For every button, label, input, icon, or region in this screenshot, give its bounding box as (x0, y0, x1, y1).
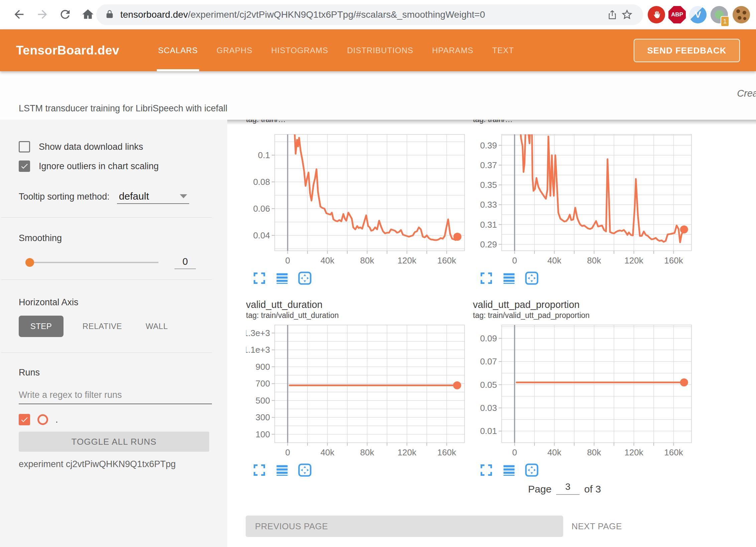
smoothing-value-input[interactable]: 0 (174, 256, 196, 269)
tab-scalars[interactable]: SCALARS (149, 29, 207, 71)
smoothing-slider[interactable] (26, 262, 158, 263)
chart-card-valid-utt-pad-proportion: valid_utt_pad_proportion tag: train/vali… (473, 299, 694, 479)
svg-text:0.09: 0.09 (480, 333, 497, 343)
runs-filter-input[interactable] (19, 388, 212, 404)
data-table-icon[interactable] (275, 463, 289, 477)
fit-domain-icon[interactable] (524, 271, 539, 286)
chart-plot[interactable]: 0.290.310.330.350.370.39040k80k120k160k (473, 133, 694, 267)
show-download-row: Show data download links (19, 140, 227, 153)
chart-tag-clipped: tag: train/… (246, 120, 467, 124)
previous-page-button[interactable]: PREVIOUS PAGE (246, 516, 563, 537)
next-page-button[interactable]: NEXT PAGE (572, 516, 622, 537)
bookmark-star-icon[interactable] (620, 7, 634, 22)
tooltip-sorting-dropdown[interactable]: default (117, 191, 189, 204)
data-table-icon[interactable] (275, 271, 289, 286)
tensorboard-logo[interactable]: TensorBoard.dev (16, 43, 119, 58)
url-text: tensorboard.dev/experiment/cj2vtPiwQHKN9… (120, 9, 605, 20)
chart-actions (252, 461, 467, 479)
chart-card-valid-utt-duration: valid_utt_duration tag: train/valid_utt_… (246, 299, 467, 479)
svg-text:0: 0 (512, 447, 517, 457)
page-label: Page (528, 483, 551, 495)
settings-sidebar: Show data download links Ignore outliers… (0, 120, 227, 547)
axis-step-button[interactable]: STEP (19, 316, 64, 337)
chart-actions (479, 269, 694, 287)
chart-plot[interactable]: 1003005007009001.1e+31.3e+3040k80k120k16… (246, 324, 467, 459)
chart-card-clipped-2: tag: train/… 0.290.310.330.350.370.39040… (473, 120, 694, 287)
data-table-icon[interactable] (502, 463, 516, 477)
toggle-all-runs-button[interactable]: TOGGLE ALL RUNS (19, 432, 209, 452)
smoothing-slider-thumb[interactable] (25, 258, 34, 267)
svg-text:0.03: 0.03 (480, 403, 497, 413)
run-checkbox[interactable] (19, 414, 30, 425)
extension-cookie-icon[interactable] (733, 6, 750, 23)
reload-icon[interactable] (57, 7, 73, 22)
charts-grid: tag: train/… 0.040.060.080.1040k80k120k1… (246, 120, 714, 479)
ignore-outliers-checkbox[interactable] (19, 160, 30, 172)
fit-domain-icon[interactable] (524, 463, 539, 477)
back-icon[interactable] (11, 7, 27, 22)
charts-panel: tag: train/… 0.040.060.080.1040k80k120k1… (227, 120, 756, 547)
chart-title: valid_utt_pad_proportion (473, 299, 694, 310)
svg-text:0.08: 0.08 (253, 177, 270, 187)
tooltip-sorting-value: default (119, 191, 149, 202)
expand-chart-icon[interactable] (479, 463, 494, 477)
tab-distributions[interactable]: DISTRIBUTIONS (338, 29, 422, 71)
svg-text:120k: 120k (397, 447, 416, 457)
tooltip-sorting-label: Tooltip sorting method: (19, 192, 110, 204)
svg-text:0.39: 0.39 (480, 140, 497, 150)
address-bar[interactable]: tensorboard.dev/experiment/cj2vtPiwQHKN9… (96, 4, 643, 25)
experiment-name: experiment cj2vtPiwQHKN9Q1tx6PTpg (19, 459, 227, 469)
expand-chart-icon[interactable] (252, 463, 267, 477)
expand-chart-icon[interactable] (479, 271, 494, 286)
chevron-down-icon (180, 194, 187, 198)
chart-plot[interactable]: 0.010.030.050.070.09040k80k120k160k (473, 324, 694, 459)
url-host: tensorboard.dev (120, 9, 188, 20)
page-number-input[interactable] (556, 481, 580, 495)
extension-abp-icon[interactable]: ABP (668, 6, 686, 23)
svg-text:80k: 80k (587, 447, 602, 457)
fit-domain-icon[interactable] (297, 271, 312, 286)
tab-hparams[interactable]: HPARAMS (423, 29, 483, 71)
svg-text:0.01: 0.01 (480, 426, 497, 436)
chart-actions (479, 461, 694, 479)
svg-text:80k: 80k (360, 255, 375, 265)
url-path: /experiment/cj2vtPiwQHKN9Q1tx6PTpg/#scal… (188, 9, 485, 20)
experiment-description: LSTM transducer training for LibriSpeech… (19, 103, 227, 114)
v-label: V (695, 9, 701, 20)
svg-text:40k: 40k (547, 447, 562, 457)
chart-plot[interactable]: 0.040.060.080.1040k80k120k160k (246, 133, 467, 267)
tab-text[interactable]: TEXT (483, 29, 523, 71)
chart-card-clipped-1: tag: train/… 0.040.060.080.1040k80k120k1… (246, 120, 467, 287)
svg-text:0.07: 0.07 (480, 356, 497, 366)
extension-v-icon[interactable]: V (689, 6, 707, 23)
svg-text:0.04: 0.04 (253, 230, 270, 240)
divider (1, 217, 212, 218)
tensorboard-header: TensorBoard.dev SCALARS GRAPHS HISTOGRAM… (0, 29, 756, 71)
expand-chart-icon[interactable] (252, 271, 267, 286)
share-icon[interactable] (605, 7, 620, 22)
svg-text:900: 900 (256, 362, 270, 372)
axis-wall-button[interactable]: WALL (138, 322, 175, 331)
tab-graphs[interactable]: GRAPHS (207, 29, 262, 71)
extension-blocker-hand-icon[interactable] (648, 6, 665, 23)
tab-histograms[interactable]: HISTOGRAMS (262, 29, 338, 71)
data-table-icon[interactable] (502, 271, 516, 286)
svg-text:1.3e+3: 1.3e+3 (246, 328, 270, 338)
svg-text:80k: 80k (360, 447, 375, 457)
svg-text:0: 0 (285, 447, 290, 457)
tab-bar: SCALARS GRAPHS HISTOGRAMS DISTRIBUTIONS … (149, 29, 523, 71)
show-download-checkbox[interactable] (19, 141, 30, 152)
run-row: . (19, 413, 227, 426)
axis-relative-button[interactable]: RELATIVE (76, 322, 129, 331)
svg-text:120k: 120k (624, 447, 643, 457)
fit-domain-icon[interactable] (297, 463, 312, 477)
svg-text:0.37: 0.37 (480, 160, 497, 170)
svg-text:40k: 40k (321, 447, 335, 457)
abp-label: ABP (671, 11, 683, 18)
svg-text:160k: 160k (664, 447, 683, 457)
forward-icon[interactable] (35, 7, 50, 22)
home-icon[interactable] (80, 7, 96, 22)
send-feedback-button[interactable]: SEND FEEDBACK (634, 39, 740, 62)
run-color-swatch (37, 414, 48, 425)
chart-title: valid_utt_duration (246, 299, 467, 310)
